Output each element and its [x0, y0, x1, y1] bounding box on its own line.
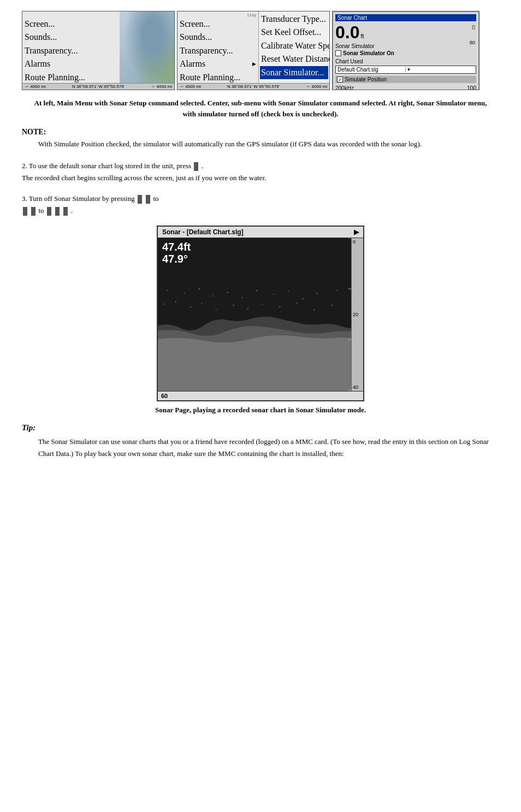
- sonar-panel-title: Sonar Chart: [335, 14, 476, 21]
- sonar-panel: Sonar Chart 0.0 ft 0 80 Sonar Simulator …: [333, 11, 479, 90]
- para2-number: 2.: [22, 162, 27, 170]
- top-label-center: 11sy: [179, 13, 257, 17]
- svg-rect-16: [212, 295, 214, 297]
- chart-used-label: Chart Used: [335, 58, 476, 64]
- center-menu-list: 11sy Screen... Sounds... Transparency...…: [177, 11, 258, 90]
- volume-label: 100: [467, 85, 476, 90]
- sonar-scale-bar: 0 20 40: [351, 238, 363, 391]
- caption-text: At left, Main Menu with Sonar Setup comm…: [22, 98, 499, 119]
- svg-rect-15: [198, 288, 200, 289]
- status-right: ↔ 4000 mi: [151, 84, 172, 89]
- note-title: NOTE:: [22, 128, 499, 137]
- sonar-page-header: Sonar - [Default Chart.slg] ▶: [158, 227, 363, 238]
- note-body: With Simulate Position checked, the simu…: [38, 139, 499, 150]
- chart-dropdown[interactable]: Default Chart.slg ▼: [335, 66, 476, 74]
- svg-rect-10: [296, 303, 297, 304]
- sub-calibrate: Calibrate Water Speed...: [260, 39, 328, 52]
- status-center-coords: N 36°08.971' W 95°50.579': [227, 84, 280, 89]
- simulate-position-checkbox[interactable]: ✓: [337, 76, 343, 82]
- para3-period: .: [71, 206, 73, 215]
- svg-rect-11: [313, 309, 315, 311]
- simulate-position-label: Simulate Position: [345, 76, 387, 82]
- sonar-page-container: Sonar - [Default Chart.slg] ▶ 47.4ft 47.…: [22, 226, 499, 401]
- paragraph-3: 3. Turn off Sonar Simulator by pressing …: [22, 193, 499, 217]
- key-pipe2-icon: [23, 207, 27, 216]
- simulate-position-row[interactable]: ✓ Simulate Position: [335, 76, 476, 83]
- svg-rect-18: [241, 297, 242, 298]
- sonar-page-content: 47.4ft 47.9°: [158, 238, 363, 391]
- c-menu-route: Route Planning...: [179, 71, 257, 84]
- key-down2-icon: [31, 207, 35, 216]
- svg-rect-9: [279, 306, 281, 307]
- depth-main: 47.4ft: [162, 241, 191, 253]
- screenshot-center: 11sy Screen... Sounds... Transparency...…: [177, 11, 330, 90]
- sonar-page-title: Sonar - [Default Chart.slg]: [162, 228, 244, 236]
- screenshot-right: Sonar Chart 0.0 ft 0 80 Sonar Simulator …: [332, 11, 479, 90]
- scale-20: 20: [353, 312, 362, 317]
- para3-text: Turn off Sonar Simulator by pressing: [29, 194, 135, 203]
- key-down1-icon: [146, 195, 150, 204]
- svg-rect-13: [167, 290, 168, 291]
- dropdown-arrow-icon[interactable]: ▼: [405, 67, 475, 72]
- status-bar-center: ↔ 4000 mi N 36°08.971' W 95°50.579' ↔ 40…: [177, 83, 329, 90]
- svg-rect-6: [233, 305, 234, 306]
- svg-rect-17: [227, 292, 228, 293]
- svg-rect-2: [175, 301, 176, 303]
- svg-rect-8: [262, 304, 263, 305]
- para3-to1: to: [153, 194, 158, 203]
- status-bar-left: ↔ 4000 mi N 36°08.971' W 95°50.579' ↔ 40…: [22, 83, 174, 90]
- sub-transducer: Transducer Type...: [260, 13, 328, 26]
- svg-rect-1: [164, 304, 165, 305]
- svg-rect-20: [273, 294, 274, 295]
- para2-text2: .: [202, 162, 203, 170]
- scale-40: 40: [353, 384, 362, 390]
- sonar-caption: Sonar Page, playing a recorded sonar cha…: [22, 406, 499, 414]
- para2-text3: The recorded chart begins scrolling acro…: [22, 174, 266, 182]
- footer-label: 60: [161, 393, 168, 399]
- depth-overlay: 47.4ft 47.9°: [162, 241, 191, 265]
- status-left: ↔ 4000 mi: [25, 84, 46, 89]
- scale-0: 0: [353, 239, 362, 245]
- c-menu-transparency: Transparency...: [179, 44, 257, 57]
- sub-keel: Set Keel Offset...: [260, 26, 328, 39]
- svg-rect-4: [201, 303, 202, 304]
- status-coords: N 36°08.971' W 95°50.579': [72, 84, 125, 89]
- submenu-list: Transducer Type... Set Keel Offset... Ca…: [258, 11, 329, 90]
- note-section: NOTE: With Simulate Position checked, th…: [22, 128, 499, 150]
- key-pipe4-icon: [55, 207, 60, 216]
- svg-rect-5: [216, 309, 217, 310]
- simulator-checkbox[interactable]: [335, 50, 341, 56]
- svg-rect-22: [302, 298, 304, 299]
- svg-rect-12: [331, 305, 333, 306]
- sonar-page-arrow-icon: ▶: [354, 228, 359, 236]
- simulator-checkbox-label: Sonar Simulator On: [343, 50, 394, 56]
- simulator-checkbox-row[interactable]: Sonar Simulator On: [335, 50, 476, 56]
- screenshots-row: 11sy Screen... Sounds... Transparency...…: [22, 11, 499, 90]
- depth-secondary: 47.9°: [162, 253, 191, 265]
- svg-rect-3: [190, 306, 191, 307]
- simulator-section-label: Sonar Simulator: [335, 43, 476, 49]
- c-menu-sounds: Sounds...: [179, 31, 257, 44]
- scale-80: 80: [470, 40, 475, 45]
- tip-body: The Sonar Simulator can use sonar charts…: [38, 436, 499, 459]
- svg-rect-21: [288, 291, 289, 292]
- svg-rect-24: [336, 290, 338, 291]
- paragraph-2: 2. To use the default sonar chart log st…: [22, 160, 499, 184]
- zero-indicator: 0: [472, 25, 475, 31]
- svg-rect-23: [316, 293, 317, 294]
- svg-rect-14: [184, 293, 185, 294]
- c-menu-screen: Screen...: [179, 17, 257, 31]
- key-pipe1-icon: [138, 195, 142, 204]
- sonar-page-box: Sonar - [Default Chart.slg] ▶ 47.4ft 47.…: [157, 226, 364, 401]
- status-center-left: ↔ 4000 mi: [180, 84, 201, 89]
- map-bg-left: [120, 11, 174, 90]
- depth-unit: ft: [360, 33, 364, 39]
- para3-to2: to: [39, 206, 44, 215]
- chart-value: Default Chart.slg: [338, 67, 405, 73]
- para2-text: To use the default sonar chart log store…: [29, 162, 191, 170]
- sonar-page-footer: 60: [158, 391, 363, 400]
- map-overlay-left: [120, 11, 174, 90]
- key-pipe-icon: [194, 162, 198, 171]
- sub-reset: Reset Water Distance: [260, 52, 328, 66]
- screenshot-left: 11sy Screen... Sounds... Transparency...…: [22, 11, 175, 90]
